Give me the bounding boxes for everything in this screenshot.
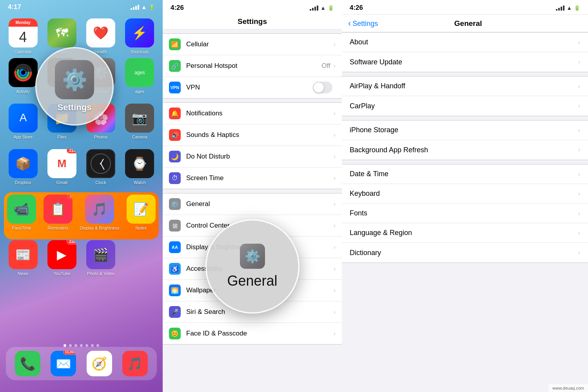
app-gmail-label: Gmail bbox=[56, 180, 68, 185]
vpn-toggle[interactable] bbox=[313, 82, 332, 93]
settings-section-network: 📶 Cellular › 🔗 Personal Hotspot Off › VP… bbox=[163, 33, 342, 98]
app-calendar[interactable]: Monday 4 Calendar bbox=[7, 18, 39, 54]
dock-music[interactable]: 🎵 bbox=[122, 351, 148, 376]
app-appstore[interactable]: A App Store bbox=[7, 104, 39, 139]
about-chevron: › bbox=[578, 39, 580, 46]
about-label: About bbox=[350, 38, 578, 46]
wifi-icon: ▲ bbox=[141, 4, 147, 10]
faceid-chevron: › bbox=[334, 330, 336, 337]
fonts-chevron: › bbox=[578, 210, 580, 217]
sounds-icon: 🔊 bbox=[169, 129, 181, 141]
dictionary-label: Dictionary bbox=[350, 249, 578, 257]
app-ages[interactable]: ages ages bbox=[124, 58, 156, 94]
settings-row-sounds[interactable]: 🔊 Sounds & Haptics › bbox=[163, 124, 342, 146]
dock-mail[interactable]: ✉️ 11,059 bbox=[51, 351, 76, 376]
app-dropbox[interactable]: 📦 Dropbox bbox=[7, 149, 39, 185]
app-grid-row4: 📦 Dropbox M 213 Gmail Clock ⌚ Watch bbox=[0, 145, 163, 189]
back-label[interactable]: Settings bbox=[352, 20, 378, 28]
app-photovideo-label: Photo & Video bbox=[87, 271, 114, 276]
app-reminders[interactable]: 📋 1 Reminders bbox=[44, 195, 73, 230]
dot-5 bbox=[85, 344, 88, 347]
controlcenter-chevron: › bbox=[334, 222, 336, 229]
keyboard-chevron: › bbox=[578, 190, 580, 197]
app-youtube[interactable]: ▶ 230 YouTube bbox=[46, 240, 78, 276]
vpn-icon: VPN bbox=[169, 82, 181, 93]
app-clock[interactable]: Clock bbox=[85, 149, 117, 185]
general-wifi-icon: ▲ bbox=[566, 5, 572, 11]
dot-4 bbox=[80, 344, 83, 347]
date-time-chevron: › bbox=[578, 171, 580, 178]
settings-circle-label: Settings bbox=[58, 102, 92, 113]
app-shortcuts[interactable]: ⚡ Shortcuts bbox=[124, 18, 156, 54]
dock-phone[interactable]: 📞 bbox=[15, 351, 40, 376]
cellular-icon: 📶 bbox=[169, 38, 181, 50]
app-grid-row5: 📹 FaceTime 📋 1 Reminders 🎵 Display & Bri… bbox=[0, 191, 163, 234]
settings-status-icons: ▲ 🔋 bbox=[310, 5, 334, 11]
app-appstore-label: App Store bbox=[13, 135, 33, 139]
app-camera[interactable]: 📷 Camera bbox=[124, 104, 156, 139]
general-magnify-circle: ⚙️ General bbox=[205, 219, 299, 314]
general-row-language[interactable]: Language & Region › bbox=[342, 223, 588, 243]
app-itunesstore[interactable]: 🎵 Display & Brightness bbox=[80, 195, 120, 230]
panel-settings: 4:26 ▲ 🔋 Settings 📶 Cellular › 🔗 Persona… bbox=[163, 0, 342, 392]
general-circle-label: General bbox=[227, 273, 277, 289]
settings-title: Settings bbox=[163, 14, 342, 29]
general-row-airplay[interactable]: AirPlay & Handoff › bbox=[342, 77, 588, 96]
general-icon: ⚙️ bbox=[169, 198, 181, 210]
controlcenter-icon: ⊞ bbox=[169, 220, 181, 232]
app-news[interactable]: 📰 News bbox=[7, 240, 39, 276]
general-row-backgroundapprefresh[interactable]: Background App Refresh › bbox=[342, 140, 588, 160]
hotspot-icon: 🔗 bbox=[169, 60, 181, 72]
background-app-refresh-label: Background App Refresh bbox=[350, 146, 578, 154]
settings-row-notifications[interactable]: 🔔 Notifications › bbox=[163, 103, 342, 124]
app-notes-label: Notes bbox=[135, 226, 147, 230]
notifications-icon: 🔔 bbox=[169, 108, 181, 119]
dock-safari[interactable]: 🧭 bbox=[87, 351, 112, 376]
general-signal bbox=[556, 5, 564, 11]
app-activity[interactable]: Activity bbox=[7, 58, 39, 94]
general-row-softwareupdate[interactable]: Software Update › bbox=[342, 52, 588, 72]
hotspot-chevron: › bbox=[334, 62, 336, 69]
general-row-about[interactable]: About › bbox=[342, 33, 588, 52]
general-circle-icon: ⚙️ bbox=[240, 244, 265, 269]
general-row-iphonestorage[interactable]: iPhone Storage › bbox=[342, 120, 588, 140]
settings-row-general[interactable]: ⚙️ General › bbox=[163, 193, 342, 215]
vpn-label: VPN bbox=[186, 84, 313, 91]
panel-general: 4:26 ▲ 🔋 ‹ Settings General About › Soft… bbox=[342, 0, 588, 392]
app-facetime[interactable]: 📹 FaceTime bbox=[7, 195, 36, 230]
general-status-icons: ▲ 🔋 bbox=[556, 5, 580, 11]
app-gmail[interactable]: M 213 Gmail bbox=[46, 149, 78, 185]
app-watch[interactable]: ⌚ Watch bbox=[124, 149, 156, 185]
app-health[interactable]: ❤️ Health bbox=[85, 18, 117, 54]
app-clock-label: Clock bbox=[95, 180, 106, 185]
app-photovideo[interactable]: 🎬 Photo & Video bbox=[85, 240, 117, 276]
back-button[interactable]: ‹ Settings bbox=[348, 18, 378, 29]
dot-1 bbox=[64, 344, 66, 347]
app-dropbox-label: Dropbox bbox=[15, 180, 31, 185]
settings-row-hotspot[interactable]: 🔗 Personal Hotspot Off › bbox=[163, 55, 342, 77]
siri-icon: 🎤 bbox=[169, 306, 181, 318]
app-facetime-label: FaceTime bbox=[12, 226, 31, 230]
general-section-2: AirPlay & Handoff › CarPlay › bbox=[342, 76, 588, 116]
settings-row-donotdisturb[interactable]: 🌙 Do Not Disturb › bbox=[163, 146, 342, 168]
app-grid-row6: 📰 News ▶ 230 YouTube 🎬 Photo & Video bbox=[0, 236, 163, 280]
general-row-datetime[interactable]: Date & Time › bbox=[342, 164, 588, 184]
settings-row-faceid[interactable]: 😊 Face ID & Passcode › bbox=[163, 323, 342, 344]
faceid-icon: 😊 bbox=[169, 328, 181, 339]
back-chevron-icon: ‹ bbox=[348, 18, 351, 29]
settings-row-screentime[interactable]: ⏱ Screen Time › bbox=[163, 168, 342, 189]
general-row-carplay[interactable]: CarPlay › bbox=[342, 96, 588, 116]
app-calendar-label: Calendar bbox=[14, 49, 32, 54]
sounds-chevron: › bbox=[334, 131, 336, 139]
app-empty bbox=[124, 240, 156, 276]
settings-section-notifications: 🔔 Notifications › 🔊 Sounds & Haptics › 🌙… bbox=[163, 102, 342, 189]
wallpaper-chevron: › bbox=[334, 287, 336, 294]
general-row-fonts[interactable]: Fonts › bbox=[342, 204, 588, 223]
donotdisturb-icon: 🌙 bbox=[169, 151, 181, 162]
general-row-dictionary[interactable]: Dictionary › bbox=[342, 243, 588, 263]
app-youtube-label: YouTube bbox=[53, 271, 70, 276]
general-row-keyboard[interactable]: Keyboard › bbox=[342, 184, 588, 204]
app-notes[interactable]: 📝 Notes bbox=[127, 195, 156, 230]
settings-row-cellular[interactable]: 📶 Cellular › bbox=[163, 34, 342, 55]
settings-row-vpn[interactable]: VPN VPN bbox=[163, 77, 342, 98]
